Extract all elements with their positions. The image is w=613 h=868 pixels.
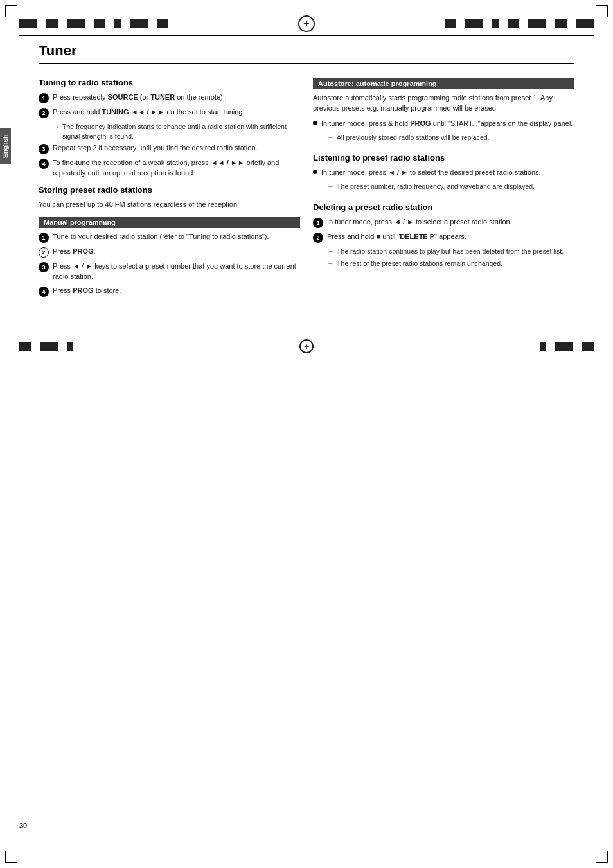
- manual-step-4: 4 Press PROG to store.: [39, 286, 300, 297]
- step-number-3: 3: [39, 144, 49, 154]
- autostore-intro: Autostore automatically starts programmi…: [313, 93, 574, 114]
- manual-step-2: 2 Press PROG.: [39, 247, 300, 258]
- tuning-step-2-note: → The frequency indication starts to cha…: [53, 122, 300, 141]
- delete-step-2-text: Press and hold ■ until "DELETE P" appear…: [327, 232, 574, 242]
- corner-tr: [596, 5, 608, 17]
- arrow-icon: →: [53, 122, 60, 141]
- delete-step-2-note-2: → The rest of the preset radio stations …: [327, 259, 574, 269]
- tuning-step-1-text: Press repeatedly SOURCE (or TUNER on the…: [53, 93, 300, 103]
- tuning-step-3-text: Repeat step 2 if necessary until you fin…: [53, 143, 300, 154]
- delete-note-2-text: The rest of the preset radio stations re…: [337, 259, 502, 269]
- manual-step-1-text: Tune to your desired radio station (refe…: [53, 232, 300, 242]
- arrow-icon-5: →: [327, 259, 334, 269]
- listening-note-text: The preset number, radio frequency, and …: [337, 182, 535, 191]
- autostore-heading: Autostore: automatic programming: [313, 78, 574, 89]
- listening-step-1-note: → The preset number, radio frequency, an…: [327, 182, 574, 191]
- top-crosshair-icon: [298, 15, 315, 32]
- bottom-center: [211, 339, 402, 353]
- manual-step-3: 3 Press ◄ / ► keys to select a preset nu…: [39, 261, 300, 282]
- tuning-step-2-text: Press and hold TUNING ◄◄ / ►► on the set…: [53, 107, 300, 118]
- corner-tl: [5, 5, 17, 17]
- arrow-icon-3: →: [327, 182, 334, 191]
- manual-programming-heading: Manual programming: [39, 217, 300, 228]
- autostore-step-1-note: → All previously stored radio stations w…: [327, 133, 574, 143]
- corner-bl: [5, 851, 17, 863]
- page-title: Tuner: [39, 42, 574, 64]
- manual-step-num-3: 3: [39, 262, 49, 272]
- main-content: Tuner Tuning to radio stations 1 Press r…: [0, 36, 613, 320]
- step-number-2: 2: [39, 108, 49, 118]
- delete-note-1-text: The radio station continues to play but …: [337, 247, 564, 256]
- delete-step-2-note-1: → The radio station continues to play bu…: [327, 247, 574, 256]
- manual-step-1: 1 Tune to your desired radio station (re…: [39, 232, 300, 243]
- arrow-icon-2: →: [327, 133, 334, 143]
- storing-intro: You can preset up to 40 FM stations rega…: [39, 200, 300, 210]
- delete-step-1-text: In tuner mode, press ◄ / ► to select a p…: [327, 217, 574, 227]
- autostore-note-text: All previously stored radio stations wil…: [337, 133, 490, 143]
- top-decorative-bar: [0, 0, 613, 35]
- manual-step-num-1: 1: [39, 233, 49, 243]
- autostore-step-1-text: In tuner mode, press & hold PROG until "…: [321, 119, 574, 129]
- delete-step-num-1: 1: [313, 218, 323, 228]
- step-number-4: 4: [39, 159, 49, 169]
- manual-step-num-4: 4: [39, 287, 49, 297]
- content-area: Tuner Tuning to radio stations 1 Press r…: [19, 36, 594, 320]
- tuning-step-3: 3 Repeat step 2 if necessary until you f…: [39, 143, 300, 154]
- tuning-step-2: 2 Press and hold TUNING ◄◄ / ►► on the s…: [39, 107, 300, 118]
- section-listening-heading: Listening to preset radio stations: [313, 153, 574, 163]
- right-column: Autostore: automatic programming Autosto…: [313, 71, 574, 301]
- autostore-step-1: In tuner mode, press & hold PROG until "…: [313, 119, 574, 129]
- manual-step-num-2: 2: [39, 247, 49, 258]
- tuning-step-2-note-text: The frequency indication starts to chang…: [62, 122, 300, 141]
- tuning-step-4-text: To fine-tune the reception of a weak sta…: [53, 158, 300, 179]
- page-number: 30: [19, 822, 27, 829]
- manual-step-2-text: Press PROG.: [53, 247, 300, 257]
- step-number-1: 1: [39, 93, 49, 103]
- tuning-step-4: 4 To fine-tune the reception of a weak s…: [39, 158, 300, 179]
- section-tuning-heading: Tuning to radio stations: [39, 78, 300, 87]
- manual-step-4-text: Press PROG to store.: [53, 286, 300, 296]
- corner-br: [596, 851, 608, 863]
- tuning-step-1: 1 Press repeatedly SOURCE (or TUNER on t…: [39, 93, 300, 103]
- listening-step-1-text: In tuner mode, press ◄ / ► to select the…: [321, 168, 574, 178]
- top-bar-left-pattern: [19, 19, 287, 28]
- arrow-icon-4: →: [327, 247, 334, 256]
- bottom-decorative-bar: [0, 333, 613, 359]
- two-column-layout: Tuning to radio stations 1 Press repeate…: [39, 71, 574, 301]
- section-deleting-heading: Deleting a preset radio station: [313, 202, 574, 212]
- top-bar-right-pattern: [326, 19, 594, 28]
- delete-step-1: 1 In tuner mode, press ◄ / ► to select a…: [313, 217, 574, 228]
- bullet-dot-icon-2: [313, 170, 317, 174]
- bullet-dot-icon: [313, 121, 317, 125]
- section-storing-heading: Storing preset radio stations: [39, 185, 300, 195]
- left-column: Tuning to radio stations 1 Press repeate…: [39, 71, 300, 301]
- delete-step-2: 2 Press and hold ■ until "DELETE P" appe…: [313, 232, 574, 243]
- delete-step-num-2: 2: [313, 233, 323, 243]
- bottom-crosshair-icon: [299, 339, 314, 353]
- listening-step-1: In tuner mode, press ◄ / ► to select the…: [313, 168, 574, 178]
- manual-step-3-text: Press ◄ / ► keys to select a preset numb…: [53, 261, 300, 282]
